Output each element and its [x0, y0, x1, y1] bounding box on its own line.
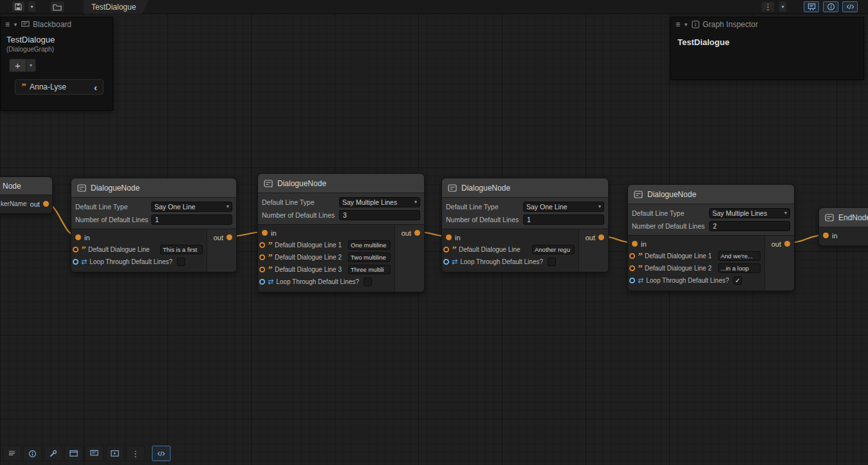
console-button[interactable]	[3, 446, 21, 461]
string-port[interactable]	[259, 242, 265, 248]
num-lines-input[interactable]: 1	[151, 214, 232, 225]
num-lines-input[interactable]: 1	[523, 214, 604, 225]
node-properties: Default Line Type Say Multiple Lines ▾ N…	[628, 204, 794, 236]
string-port[interactable]	[629, 253, 635, 259]
collapse-arrow-icon[interactable]: ▼	[13, 22, 18, 28]
blackboard-panel[interactable]: ≡ ▼ Blackboard TestDialogue (DialogueGra…	[0, 17, 113, 111]
loop-checkbox[interactable]	[177, 258, 185, 266]
string-port[interactable]	[443, 247, 449, 252]
loop-row: ⇄ Loop Through Default Lines? ✓	[628, 274, 764, 287]
loop-row: ⇄ Loop Through Default Lines?	[258, 276, 394, 288]
in-port[interactable]	[446, 234, 452, 240]
toolbar-overflow-dropdown[interactable]: ▾	[779, 1, 787, 12]
dialogue-node-3[interactable]: DialogueNode Default Line Type Say One L…	[441, 178, 609, 272]
inspector-header[interactable]: ≡ ▼ Graph Inspector	[671, 17, 863, 32]
node-title-bar[interactable]: DialogueNode	[628, 185, 794, 204]
info-icon	[692, 21, 699, 28]
bool-port[interactable]	[259, 279, 265, 285]
string-port[interactable]	[73, 247, 78, 252]
open-asset-button[interactable]	[50, 1, 64, 12]
node-title-bar[interactable]: EndNode	[819, 208, 868, 227]
inspector-button[interactable]	[23, 446, 42, 461]
out-port[interactable]	[784, 241, 790, 247]
node-properties: Default Line Type Say One Line ▾ Number …	[442, 198, 608, 229]
string-port[interactable]	[629, 265, 635, 271]
node-title-bar[interactable]: DialogueNode	[71, 178, 236, 198]
line-type-label: Default Line Type	[262, 198, 337, 206]
node-title-bar[interactable]: DialogueNode	[442, 178, 608, 198]
line-type-label: Default Line Type	[446, 203, 521, 211]
graph-canvas[interactable]: ▾ TestDialogue ⋮ ▾ ≡ ▼	[0, 0, 868, 465]
string-port[interactable]	[259, 254, 265, 260]
line-type-dropdown[interactable]: Say One Line ▾	[523, 202, 604, 212]
blackboard-icon	[808, 3, 816, 11]
string-port[interactable]	[259, 267, 265, 272]
bool-port[interactable]	[73, 259, 78, 265]
in-port[interactable]	[632, 241, 638, 247]
line-type-dropdown[interactable]: Say One Line ▾	[151, 202, 232, 212]
add-variable-button[interactable]: +	[9, 59, 26, 72]
dialogue-line-input[interactable]: One multiline	[348, 240, 391, 250]
blackboard-toggle-button[interactable]	[804, 1, 819, 12]
loop-checkbox[interactable]: ✓	[734, 276, 742, 285]
dialogue-line-input[interactable]: ...in a loop	[718, 263, 761, 273]
out-port[interactable]	[414, 230, 420, 236]
hamburger-icon[interactable]: ≡	[5, 20, 10, 29]
dialogue-line-row: ” Default Dialogue Line 1 One multiline	[258, 239, 394, 251]
line-type-dropdown[interactable]: Say Multiple Lines ▾	[339, 197, 420, 207]
in-port-label: in	[455, 234, 461, 242]
dialogue-node-4[interactable]: DialogueNode Default Line Type Say Multi…	[627, 184, 795, 291]
blackboard-button[interactable]	[85, 446, 104, 461]
bool-port[interactable]	[629, 278, 635, 283]
speaker-node[interactable]: Node kerName out	[0, 176, 53, 214]
dialogue-node-1[interactable]: DialogueNode Default Line Type Say One L…	[71, 178, 237, 272]
preview-toggle-button[interactable]	[842, 1, 858, 12]
dialogue-line-input[interactable]: Three multili	[348, 265, 391, 274]
save-options-dropdown[interactable]: ▾	[28, 1, 36, 12]
tab-label: TestDialogue	[91, 3, 136, 12]
end-node[interactable]: EndNode in	[818, 207, 868, 246]
hamburger-icon[interactable]: ≡	[676, 20, 680, 29]
toolbar-overflow-button[interactable]: ⋮	[761, 1, 775, 12]
bottom-overflow-button[interactable]: ⋮	[126, 446, 145, 461]
dropdown-arrow-icon: ▾	[30, 4, 33, 10]
in-port[interactable]	[262, 230, 268, 236]
node-title-bar[interactable]: DialogueNode	[258, 174, 424, 193]
code-preview-button[interactable]	[152, 446, 171, 461]
asset-tab[interactable]: TestDialogue	[84, 0, 149, 14]
chevron-left-icon[interactable]: ‹	[94, 82, 97, 92]
collapse-arrow-icon[interactable]: ▼	[683, 22, 688, 28]
list-icon	[8, 450, 16, 457]
out-port-label: out	[402, 229, 411, 237]
dialogue-line-input[interactable]: And we're...	[718, 251, 761, 261]
save-button[interactable]	[12, 1, 25, 12]
tools-button[interactable]	[44, 446, 62, 461]
add-variable-dropdown[interactable]: ▾	[26, 59, 36, 72]
out-port[interactable]	[226, 234, 232, 240]
in-port[interactable]	[823, 232, 829, 238]
dialogue-line-input[interactable]: Another regu	[532, 245, 575, 254]
quote-icon: ”	[637, 252, 643, 261]
node-title-bar[interactable]: Node	[0, 177, 52, 195]
blackboard-header[interactable]: ≡ ▼ Blackboard	[1, 17, 113, 32]
variable-row-anna-lyse[interactable]: ” Anna-Lyse ‹	[15, 79, 104, 95]
node-title: DialogueNode	[91, 184, 140, 193]
num-lines-input[interactable]: 3	[339, 210, 420, 220]
node-title: DialogueNode	[647, 190, 696, 199]
num-lines-input[interactable]: 2	[709, 221, 790, 231]
dialogue-line-input[interactable]: Two multiline	[348, 252, 391, 262]
window-button[interactable]	[64, 446, 83, 461]
dialogue-node-2[interactable]: DialogueNode Default Line Type Say Multi…	[257, 173, 425, 292]
out-port[interactable]	[598, 234, 604, 240]
play-panel-icon	[111, 450, 119, 457]
in-port[interactable]	[75, 234, 81, 240]
line-type-dropdown[interactable]: Say Multiple Lines ▾	[709, 208, 790, 218]
loop-checkbox[interactable]	[364, 278, 372, 286]
preview-panel-button[interactable]	[106, 446, 124, 461]
graph-inspector-panel[interactable]: ≡ ▼ Graph Inspector TestDialogue	[670, 17, 864, 80]
inspector-toggle-button[interactable]	[823, 1, 838, 12]
loop-checkbox[interactable]	[548, 258, 556, 266]
out-port[interactable]	[43, 201, 49, 207]
dialogue-line-input[interactable]: This is a first	[160, 245, 203, 254]
bool-port[interactable]	[443, 259, 449, 265]
